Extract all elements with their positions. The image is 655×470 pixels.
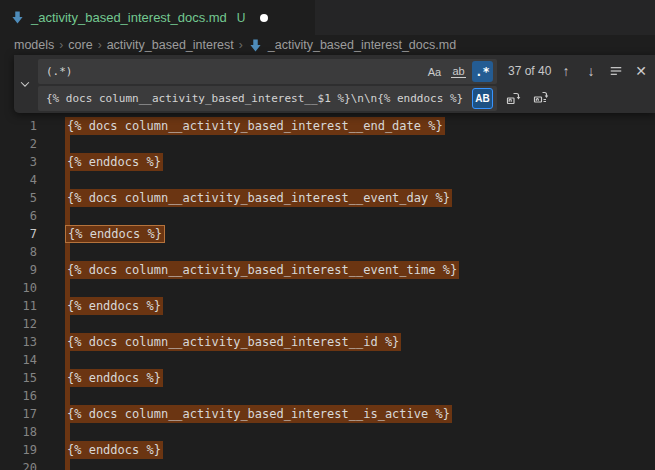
editor-line[interactable]: 13{% docs column__activity_based_interes…: [0, 333, 655, 351]
editor-tab[interactable]: _activity_based_interest_docs.md U: [0, 0, 315, 35]
preserve-case-toggle[interactable]: AB: [472, 88, 493, 109]
file-type-arrow-icon: [248, 38, 263, 53]
find-input-value[interactable]: (.*): [46, 59, 421, 84]
editor-line[interactable]: 20: [0, 459, 655, 470]
line-number: 20: [0, 459, 37, 470]
code-text[interactable]: {% docs column__activity_based_interest_…: [65, 117, 445, 135]
code-text[interactable]: {% docs column__activity_based_interest_…: [65, 405, 452, 423]
breadcrumb-separator: ›: [59, 38, 63, 52]
line-number: 6: [0, 207, 37, 225]
code-text[interactable]: {% docs column__activity_based_interest_…: [65, 333, 401, 351]
replace-input-value[interactable]: {% docs column__activity_based_interest_…: [46, 86, 469, 111]
arrow-down-icon: ↓: [588, 63, 595, 79]
editor-line[interactable]: 1{% docs column__activity_based_interest…: [0, 117, 655, 135]
line-number: 10: [0, 279, 37, 297]
find-in-selection-button[interactable]: [606, 61, 626, 81]
code-text[interactable]: [65, 243, 70, 261]
selection-lines-icon: [609, 64, 623, 78]
editor-line[interactable]: 10: [0, 279, 655, 297]
editor-line[interactable]: 14: [0, 351, 655, 369]
breadcrumb-separator: ›: [98, 38, 102, 52]
breadcrumb-item-activity-based-interest[interactable]: activity_based_interest: [107, 38, 234, 52]
line-number: 1: [0, 117, 37, 135]
editor-line[interactable]: 7{% enddocs %}: [0, 225, 655, 243]
chevron-down-icon: [18, 77, 32, 91]
tab-filename: _activity_based_interest_docs.md: [31, 10, 227, 25]
replace-button[interactable]: [503, 88, 523, 108]
line-number: 14: [0, 351, 37, 369]
toggle-replace-button[interactable]: [14, 55, 36, 113]
editor-line[interactable]: 16: [0, 387, 655, 405]
line-number: 17: [0, 405, 37, 423]
replace-icon: [505, 90, 521, 106]
editor-line[interactable]: 11{% enddocs %}: [0, 297, 655, 315]
breadcrumb-separator: ›: [239, 38, 243, 52]
code-text[interactable]: [65, 171, 70, 189]
replace-all-icon: [533, 90, 549, 106]
previous-match-button[interactable]: ↑: [556, 61, 576, 81]
code-text[interactable]: {% docs column__activity_based_interest_…: [65, 261, 459, 279]
line-number: 3: [0, 153, 37, 171]
code-text[interactable]: [65, 279, 70, 297]
editor-line[interactable]: 15{% enddocs %}: [0, 369, 655, 387]
code-text[interactable]: [65, 387, 70, 405]
replace-all-button[interactable]: [531, 88, 551, 108]
code-text[interactable]: {% enddocs %}: [65, 153, 163, 171]
unsaved-changes-dot[interactable]: [260, 14, 268, 22]
next-match-button[interactable]: ↓: [581, 61, 601, 81]
code-text[interactable]: [65, 315, 70, 333]
editor-line[interactable]: 5{% docs column__activity_based_interest…: [0, 189, 655, 207]
breadcrumb-item-file[interactable]: _activity_based_interest_docs.md: [248, 38, 456, 53]
tab-bar: _activity_based_interest_docs.md U: [0, 0, 655, 35]
editor-line[interactable]: 6: [0, 207, 655, 225]
line-number: 18: [0, 423, 37, 441]
breadcrumb: models › core › activity_based_interest …: [0, 35, 655, 55]
current-find-match[interactable]: {% enddocs %}: [65, 225, 165, 243]
editor-line[interactable]: 2: [0, 135, 655, 153]
editor-line[interactable]: 8: [0, 243, 655, 261]
find-replace-widget: (.*) Aa ab .* 37 of 40 ↑ ↓: [14, 55, 655, 113]
code-text[interactable]: [65, 459, 70, 470]
editor-line[interactable]: 3{% enddocs %}: [0, 153, 655, 171]
editor-line[interactable]: 19{% enddocs %}: [0, 441, 655, 459]
editor-line[interactable]: 17{% docs column__activity_based_interes…: [0, 405, 655, 423]
find-input[interactable]: (.*) Aa ab .*: [38, 59, 497, 84]
code-text[interactable]: {% enddocs %}: [65, 441, 163, 459]
code-text[interactable]: [65, 423, 70, 441]
line-number: 15: [0, 369, 37, 387]
line-number: 2: [0, 135, 37, 153]
breadcrumb-item-core[interactable]: core: [68, 38, 92, 52]
code-text[interactable]: {% docs column__activity_based_interest_…: [65, 189, 452, 207]
code-text[interactable]: {% enddocs %}: [65, 369, 163, 387]
line-number: 5: [0, 189, 37, 207]
line-number: 13: [0, 333, 37, 351]
line-number: 16: [0, 387, 37, 405]
replace-input[interactable]: {% docs column__activity_based_interest_…: [38, 86, 497, 111]
editor-line[interactable]: 12: [0, 315, 655, 333]
line-number: 7: [0, 225, 37, 243]
close-icon: ✕: [635, 63, 647, 79]
git-status-badge: U: [237, 11, 246, 25]
editor-line[interactable]: 18: [0, 423, 655, 441]
line-number: 11: [0, 297, 37, 315]
breadcrumb-item-models[interactable]: models: [14, 38, 54, 52]
line-number: 4: [0, 171, 37, 189]
code-editor[interactable]: 1{% docs column__activity_based_interest…: [0, 55, 655, 470]
whole-word-toggle[interactable]: ab: [448, 61, 469, 82]
regex-toggle[interactable]: .*: [472, 61, 493, 82]
file-type-arrow-icon: [10, 10, 25, 25]
code-text[interactable]: [65, 135, 70, 153]
editor-line[interactable]: 9{% docs column__activity_based_interest…: [0, 261, 655, 279]
line-number: 12: [0, 315, 37, 333]
arrow-up-icon: ↑: [563, 63, 570, 79]
close-find-widget-button[interactable]: ✕: [631, 61, 651, 81]
editor-line[interactable]: 4: [0, 171, 655, 189]
line-number: 19: [0, 441, 37, 459]
code-text[interactable]: [65, 207, 70, 225]
line-number: 8: [0, 243, 37, 261]
code-text[interactable]: [65, 351, 70, 369]
match-count-label: 37 of 40: [508, 59, 551, 84]
code-text[interactable]: {% enddocs %}: [65, 297, 163, 315]
match-case-toggle[interactable]: Aa: [424, 61, 445, 82]
line-number: 9: [0, 261, 37, 279]
